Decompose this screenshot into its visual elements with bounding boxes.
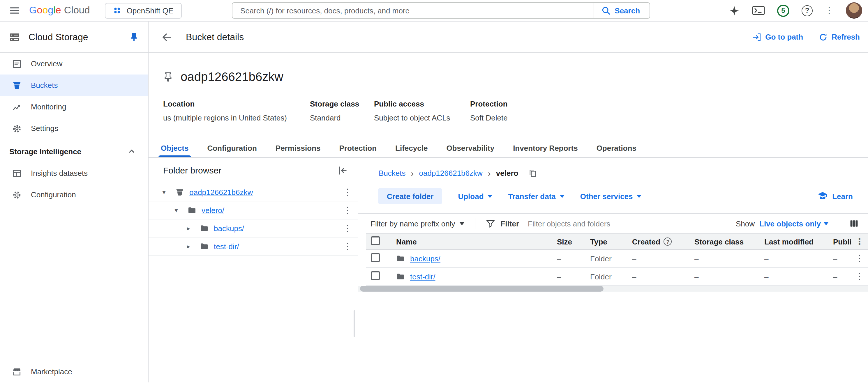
notifications-badge[interactable]: 5	[777, 4, 789, 16]
help-button[interactable]: ?	[802, 5, 813, 16]
column-header-name[interactable]: Name	[388, 237, 552, 246]
tree-link-bucket[interactable]: oadp126621b6zkw	[189, 188, 253, 197]
row-menu-button[interactable]: ⋮	[343, 242, 352, 251]
breadcrumb-bucket-name[interactable]: oadp126621b6zkw	[419, 169, 483, 177]
hamburger-menu-button[interactable]	[3, 0, 26, 21]
more-options-button[interactable]: ⋮	[825, 6, 834, 15]
tab-inventory-reports[interactable]: Inventory Reports	[504, 139, 587, 157]
meta-label: Protection	[470, 100, 508, 108]
breadcrumb-buckets[interactable]: Buckets	[379, 169, 406, 177]
object-link[interactable]: backups/	[410, 254, 440, 263]
sidebar-item-buckets[interactable]: Buckets	[0, 74, 148, 96]
tree-link-velero[interactable]: velero/	[202, 206, 224, 214]
vertical-scrollbar[interactable]	[353, 310, 355, 337]
select-all-checkbox[interactable]	[371, 236, 380, 245]
sidebar-item-monitoring[interactable]: Monitoring	[0, 96, 148, 117]
horizontal-scrollbar-thumb[interactable]	[360, 286, 603, 291]
live-objects-dropdown[interactable]: Live objects only	[760, 219, 828, 228]
refresh-button[interactable]: Refresh	[818, 32, 860, 42]
tree-row-bucket[interactable]: ▾ oadp126621b6zkw ⋮	[149, 183, 358, 201]
project-selector[interactable]: OpenShift QE	[105, 3, 182, 18]
column-header-created[interactable]: Created ?	[627, 237, 690, 246]
dropdown-caret-icon	[560, 195, 564, 200]
tab-permissions[interactable]: Permissions	[266, 139, 330, 157]
tree-row-velero[interactable]: ▾ velero/ ⋮	[149, 201, 358, 219]
transfer-data-button[interactable]: Transfer data	[508, 192, 564, 201]
row-checkbox[interactable]	[371, 253, 380, 262]
tab-configuration[interactable]: Configuration	[198, 139, 266, 157]
tree-row-backups[interactable]: ▸ backups/ ⋮	[149, 219, 358, 238]
learn-button[interactable]: Learn	[817, 192, 853, 201]
notification-count: 5	[781, 6, 785, 14]
column-header-last-modified[interactable]: Last modified	[760, 237, 828, 246]
column-display-icon[interactable]	[849, 219, 859, 228]
sidebar-item-marketplace[interactable]: Marketplace	[0, 361, 148, 382]
row-checkbox[interactable]	[371, 271, 380, 280]
sidebar-item-configuration[interactable]: Configuration	[0, 184, 148, 206]
row-menu-button[interactable]: ⋮	[343, 188, 352, 197]
column-header-storage-class[interactable]: Storage class	[690, 237, 760, 246]
meta-protection: Protection Soft Delete	[470, 100, 508, 122]
cell-size: –	[552, 272, 586, 281]
header-menu-button[interactable]: ⋮	[852, 237, 868, 246]
collapse-panel-icon[interactable]	[337, 165, 348, 175]
folder-browser-title: Folder browser	[163, 165, 337, 175]
table-row-backups[interactable]: backups/ – Folder – – – – ⋮	[366, 250, 868, 268]
bucket-name: oadp126621b6zkw	[181, 68, 283, 85]
tree-link-test-dir[interactable]: test-dir/	[214, 242, 239, 251]
sidebar-item-overview[interactable]: Overview	[0, 53, 148, 74]
folder-icon	[396, 272, 405, 281]
table-row-test-dir[interactable]: test-dir/ – Folder – – – – ⋮	[366, 268, 868, 286]
tab-observability[interactable]: Observability	[437, 139, 504, 157]
tab-protection[interactable]: Protection	[330, 139, 386, 157]
folder-icon	[200, 242, 209, 251]
google-cloud-logo[interactable]: Google Cloud	[29, 5, 90, 16]
search-bar[interactable]: Search	[231, 2, 650, 19]
go-to-path-button[interactable]: Go to path	[752, 32, 803, 42]
filter-prefix-label: Filter by name prefix only	[371, 219, 455, 228]
sidebar-item-label: Buckets	[31, 81, 58, 90]
caret-down-icon[interactable]: ▾	[173, 207, 180, 213]
row-menu-button[interactable]: ⋮	[343, 224, 352, 233]
help-circle-icon[interactable]: ?	[664, 238, 672, 246]
filter-label-group: Filter	[486, 219, 519, 228]
create-folder-button[interactable]: Create folder	[378, 188, 442, 204]
tab-objects[interactable]: Objects	[152, 139, 198, 157]
cell-last-modified: –	[760, 272, 828, 281]
sidebar-item-insights-datasets[interactable]: Insights datasets	[0, 163, 148, 184]
tab-operations[interactable]: Operations	[587, 139, 646, 157]
avatar[interactable]	[846, 2, 862, 19]
back-button[interactable]	[158, 28, 175, 46]
upload-button[interactable]: Upload	[458, 192, 492, 201]
other-services-button[interactable]: Other services	[580, 192, 642, 201]
search-input[interactable]	[232, 3, 594, 18]
sidebar-item-settings[interactable]: Settings	[0, 117, 148, 139]
gemini-button[interactable]	[729, 5, 740, 16]
cloud-shell-button[interactable]	[752, 5, 765, 16]
other-services-label: Other services	[580, 192, 633, 201]
sidebar-section-storage-intelligence[interactable]: Storage Intelligence	[0, 140, 148, 163]
row-menu-button[interactable]: ⋮	[343, 206, 352, 214]
vertical-divider	[475, 218, 475, 229]
copy-icon[interactable]	[528, 169, 537, 177]
caret-down-icon[interactable]: ▾	[160, 189, 168, 195]
filter-input[interactable]: Filter objects and folders	[528, 219, 610, 228]
column-header-size[interactable]: Size	[552, 237, 586, 246]
pin-icon[interactable]	[129, 32, 138, 42]
tab-lifecycle[interactable]: Lifecycle	[386, 139, 437, 157]
tree-row-test-dir[interactable]: ▸ test-dir/ ⋮	[149, 238, 358, 255]
row-menu-button[interactable]: ⋮	[852, 254, 868, 263]
object-link[interactable]: test-dir/	[410, 272, 435, 281]
filter-prefix-toggle[interactable]: Filter by name prefix only	[371, 219, 464, 228]
row-menu-button[interactable]: ⋮	[852, 272, 868, 281]
column-header-type[interactable]: Type	[586, 237, 627, 246]
bucket-pin-icon[interactable]	[163, 72, 173, 82]
search-button[interactable]: Search	[594, 3, 649, 18]
column-header-public[interactable]: Publi	[828, 237, 852, 246]
upload-label: Upload	[458, 192, 484, 201]
caret-right-icon[interactable]: ▸	[185, 243, 192, 249]
horizontal-scrollbar[interactable]	[358, 286, 868, 291]
tree-link-backups[interactable]: backups/	[214, 224, 244, 233]
tab-label: Operations	[596, 143, 637, 152]
caret-right-icon[interactable]: ▸	[185, 225, 192, 231]
